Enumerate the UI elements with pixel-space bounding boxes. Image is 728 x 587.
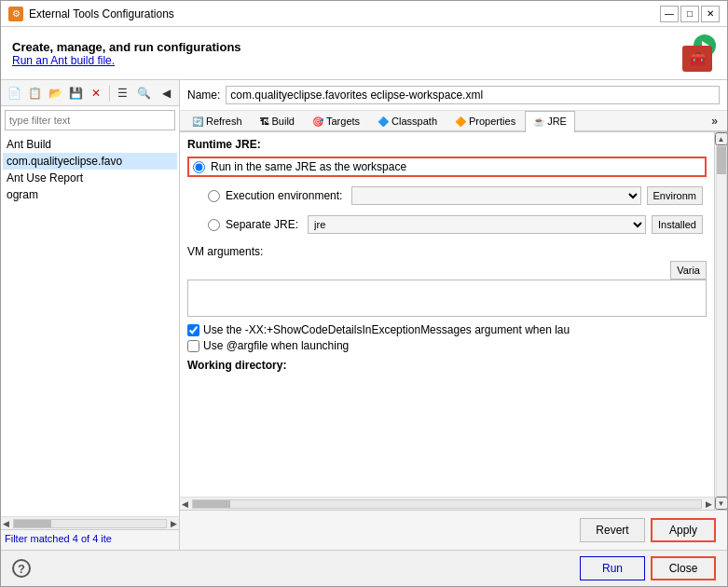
vm-args-section: VM arguments: Varia — [187, 245, 707, 320]
menu-button[interactable]: ☰ — [114, 83, 132, 103]
checkbox-show-code-label: Use the -XX:+ShowCodeDetailsInExceptionM… — [203, 323, 570, 336]
variables-button[interactable]: Varia — [670, 261, 707, 280]
content-hscroll: ◀ ▶ — [180, 497, 714, 510]
tab-properties[interactable]: 🔶 Properties — [446, 111, 524, 130]
run-button[interactable]: Run — [580, 556, 645, 580]
right-content-wrapper: Runtime JRE: Run in the same JRE as the … — [180, 132, 727, 510]
checkbox-show-code[interactable] — [187, 324, 199, 336]
header-text-block: Create, manage, and run configurations R… — [12, 40, 241, 67]
header-link[interactable]: Run an Ant build file. — [12, 54, 241, 67]
content-vscroll: ▲ ▼ — [714, 132, 727, 510]
separate-jre-dropdown[interactable]: jre — [308, 215, 646, 234]
maximize-button[interactable]: □ — [680, 6, 699, 22]
tab-jre[interactable]: ☕ JRE — [525, 111, 575, 132]
left-panel: 📄 📋 📂 💾 ✕ ☰ 🔍 ◀ Ant Build com.quality — [1, 80, 180, 550]
checkbox-argfile-row: Use @argfile when launching — [187, 339, 707, 352]
toolbar-divider-1 — [109, 85, 110, 102]
collapse-button[interactable]: ◀ — [157, 83, 175, 103]
tab-classpath-label: Classpath — [391, 116, 437, 127]
checkbox-show-code-row: Use the -XX:+ShowCodeDetailsInExceptionM… — [187, 323, 707, 336]
new-config-button[interactable]: 📄 — [5, 83, 23, 103]
filter-button[interactable]: 🔍 — [134, 83, 153, 103]
radio-exec-env-label: Execution environment: — [226, 189, 342, 202]
content-scroll-left[interactable]: ◀ — [180, 499, 190, 509]
working-dir-section: Working directory: — [187, 359, 707, 375]
name-row: Name: — [180, 80, 727, 111]
scroll-right-arrow[interactable]: ▶ — [169, 519, 179, 528]
toolbox-icon: 🧰 — [682, 46, 712, 72]
tabs-row: 🔄 Refresh 🏗 Build 🎯 Targets 🔷 Classpath … — [180, 111, 727, 132]
vari-btn-row: Varia — [187, 261, 707, 280]
tab-targets[interactable]: 🎯 Targets — [304, 111, 368, 130]
content-scroll-right[interactable]: ▶ — [704, 499, 714, 509]
filter-status: Filter matched 4 of 4 ite — [1, 529, 179, 550]
delete-button[interactable]: ✕ — [87, 83, 105, 103]
apply-button[interactable]: Apply — [651, 518, 716, 542]
targets-icon: 🎯 — [312, 116, 323, 127]
checkbox-argfile[interactable] — [187, 340, 199, 352]
environ-button[interactable]: Environm — [647, 186, 703, 205]
tab-refresh-label: Refresh — [206, 116, 242, 127]
classpath-icon: 🔷 — [378, 116, 389, 127]
radio-separate-jre[interactable] — [208, 219, 220, 231]
content-hscroll-thumb — [193, 500, 230, 508]
tree-area: Ant Build com.qualityeclipse.favo Ant Us… — [1, 134, 179, 516]
tab-properties-label: Properties — [469, 116, 515, 127]
working-dir-label: Working directory: — [187, 359, 707, 372]
installed-button[interactable]: Installed — [652, 215, 703, 234]
properties-icon: 🔶 — [455, 116, 466, 127]
open-button[interactable]: 📂 — [46, 83, 64, 103]
close-window-button[interactable]: ✕ — [701, 6, 720, 22]
checkbox-argfile-label: Use @argfile when launching — [203, 339, 349, 352]
bottom-buttons: Revert Apply — [180, 510, 727, 550]
search-input[interactable] — [5, 110, 175, 130]
radio-same-jre-label: Run in the same JRE as the workspace — [211, 160, 406, 173]
scroll-left-arrow[interactable]: ◀ — [1, 519, 11, 528]
help-button[interactable]: ? — [12, 559, 31, 578]
window-icon: ⚙ — [8, 7, 23, 21]
build-icon: 🏗 — [260, 116, 269, 127]
tab-overflow-button[interactable]: » — [706, 112, 723, 130]
radio-same-jre[interactable] — [193, 161, 205, 173]
left-toolbar: 📄 📋 📂 💾 ✕ ☰ 🔍 ◀ — [1, 80, 179, 106]
name-input[interactable] — [226, 86, 720, 104]
tab-build-label: Build — [272, 116, 295, 127]
footer-buttons: Run Close — [580, 556, 716, 580]
content-scroll-area: Runtime JRE: Run in the same JRE as the … — [180, 132, 714, 510]
jre-icon: ☕ — [533, 116, 544, 127]
close-button[interactable]: Close — [651, 556, 716, 580]
list-item[interactable]: Ant Build — [3, 136, 177, 153]
tab-jre-label: JRE — [547, 116, 567, 127]
vscroll-up-button[interactable]: ▲ — [715, 132, 728, 145]
right-panel: Name: 🔄 Refresh 🏗 Build 🎯 Targets — [180, 80, 727, 550]
title-bar-controls: — □ ✕ — [660, 6, 720, 22]
vscroll-thumb — [717, 146, 726, 174]
save-button[interactable]: 💾 — [66, 83, 85, 103]
main-area: 📄 📋 📂 💾 ✕ ☰ 🔍 ◀ Ant Build com.quality — [1, 80, 727, 550]
list-item-selected[interactable]: com.qualityeclipse.favo — [3, 153, 177, 170]
radio-separate-jre-label: Separate JRE: — [226, 218, 298, 231]
left-panel-hscroll: ◀ ▶ — [1, 516, 179, 529]
tab-targets-label: Targets — [326, 116, 360, 127]
list-item[interactable]: ogram — [3, 186, 177, 203]
revert-button[interactable]: Revert — [580, 518, 645, 542]
minimize-button[interactable]: — — [660, 6, 679, 22]
duplicate-button[interactable]: 📋 — [25, 83, 44, 103]
vscroll-track[interactable] — [716, 145, 727, 497]
tab-build[interactable]: 🏗 Build — [252, 111, 303, 130]
exec-env-dropdown[interactable] — [351, 186, 640, 205]
radio-exec-env-option: Execution environment: Environm — [187, 184, 707, 208]
content-hscroll-track[interactable] — [192, 499, 702, 509]
content-area: Runtime JRE: Run in the same JRE as the … — [180, 132, 714, 497]
runtime-jre-label: Runtime JRE: — [187, 138, 707, 151]
vm-args-textarea[interactable] — [187, 280, 707, 317]
tab-refresh[interactable]: 🔄 Refresh — [184, 111, 251, 130]
tab-classpath[interactable]: 🔷 Classpath — [369, 111, 446, 130]
hscroll-track[interactable] — [13, 519, 167, 528]
main-window: ⚙ External Tools Configurations — □ ✕ Cr… — [0, 0, 728, 587]
refresh-icon: 🔄 — [192, 116, 203, 127]
list-item[interactable]: Ant Use Report — [3, 170, 177, 186]
vscroll-down-button[interactable]: ▼ — [715, 497, 728, 510]
radio-exec-env[interactable] — [208, 190, 220, 202]
radio-separate-jre-option: Separate JRE: jre Installed — [187, 212, 707, 237]
